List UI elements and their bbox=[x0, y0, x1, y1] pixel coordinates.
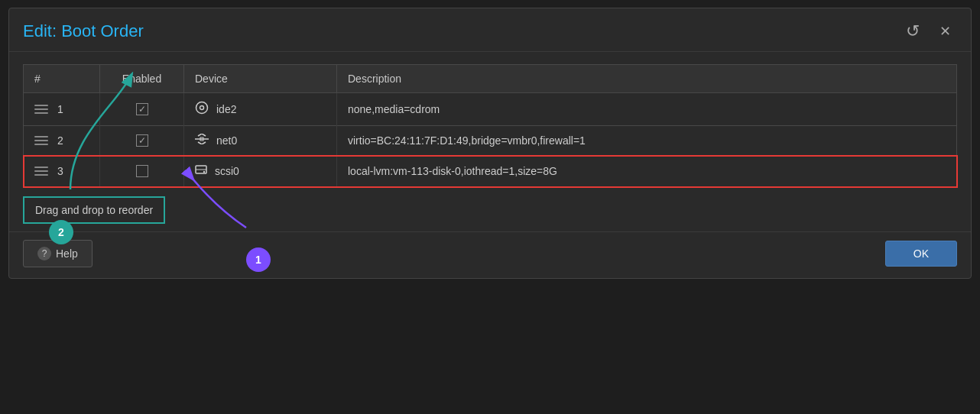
annotation-badge-2: 2 bbox=[49, 220, 73, 244]
row-2-device-name: net0 bbox=[216, 134, 237, 147]
help-icon: ? bbox=[37, 247, 51, 260]
drag-handle-2[interactable] bbox=[34, 136, 50, 145]
row-3-checkbox[interactable] bbox=[136, 165, 148, 177]
cdrom-icon bbox=[195, 101, 209, 118]
drag-handle-1[interactable] bbox=[34, 105, 50, 114]
drag-handle-3[interactable] bbox=[34, 167, 50, 176]
row-3-description: local-lvm:vm-113-disk-0,iothread=1,size=… bbox=[337, 156, 957, 187]
svg-point-6 bbox=[203, 171, 205, 173]
ok-label: OK bbox=[913, 247, 929, 260]
col-header-device: Device bbox=[184, 65, 337, 93]
table-row: 3 bbox=[24, 156, 957, 187]
close-button[interactable]: ✕ bbox=[933, 19, 957, 44]
edit-boot-order-dialog: Edit: Boot Order ↺ ✕ # Enabled Device De… bbox=[8, 8, 972, 279]
row-2-enabled-cell bbox=[100, 126, 184, 156]
dialog-footer: ? Help OK bbox=[9, 231, 971, 278]
header-actions: ↺ ✕ bbox=[900, 19, 957, 44]
svg-point-0 bbox=[196, 102, 208, 114]
annotation-badge-1: 1 bbox=[246, 247, 271, 272]
row-2-num: 2 bbox=[57, 134, 63, 147]
row-1-description: none,media=cdrom bbox=[337, 93, 957, 126]
col-header-description: Description bbox=[337, 65, 957, 93]
drag-drop-hint-text: Drag and drop to reorder bbox=[35, 204, 153, 216]
table-row: 2 bbox=[24, 126, 957, 156]
row-2-device-cell: net0 bbox=[184, 126, 337, 156]
svg-point-1 bbox=[200, 106, 204, 110]
table-header: # Enabled Device Description bbox=[24, 65, 957, 93]
row-1-device-name: ide2 bbox=[216, 103, 236, 115]
network-icon bbox=[195, 134, 209, 147]
boot-order-table: # Enabled Device Description 1 bbox=[23, 64, 957, 187]
table-body: 1 bbox=[24, 93, 957, 187]
dialog-title: Edit: Boot Order bbox=[23, 21, 144, 41]
row-2-checkbox[interactable] bbox=[136, 134, 148, 147]
row-3-device-cell: scsi0 bbox=[184, 156, 337, 187]
row-3-enabled-cell bbox=[100, 156, 184, 187]
row-1-handle-cell: 1 bbox=[24, 93, 100, 126]
ok-button[interactable]: OK bbox=[885, 241, 957, 267]
drag-drop-hint: Drag and drop to reorder bbox=[23, 196, 165, 224]
row-2-description: virtio=BC:24:11:7F:D1:49,bridge=vmbr0,fi… bbox=[337, 126, 957, 156]
disk-icon bbox=[195, 163, 207, 179]
table-row: 1 bbox=[24, 93, 957, 126]
row-1-checkbox[interactable] bbox=[136, 103, 148, 115]
dialog-header: Edit: Boot Order ↺ ✕ bbox=[9, 8, 971, 52]
help-label: Help bbox=[56, 247, 78, 260]
row-3-num: 3 bbox=[57, 165, 63, 177]
row-1-num: 1 bbox=[57, 103, 63, 115]
close-icon: ✕ bbox=[939, 23, 951, 40]
reset-button[interactable]: ↺ bbox=[900, 19, 925, 44]
col-header-num: # bbox=[24, 65, 100, 93]
col-header-enabled: Enabled bbox=[100, 65, 184, 93]
row-3-device-name: scsi0 bbox=[215, 165, 239, 177]
row-2-handle-cell: 2 bbox=[24, 126, 100, 156]
row-1-device-cell: ide2 bbox=[184, 93, 337, 126]
row-1-enabled-cell bbox=[100, 93, 184, 126]
reset-icon: ↺ bbox=[906, 21, 920, 41]
dialog-body: # Enabled Device Description 1 bbox=[9, 52, 971, 231]
row-3-handle-cell: 3 bbox=[24, 156, 100, 187]
